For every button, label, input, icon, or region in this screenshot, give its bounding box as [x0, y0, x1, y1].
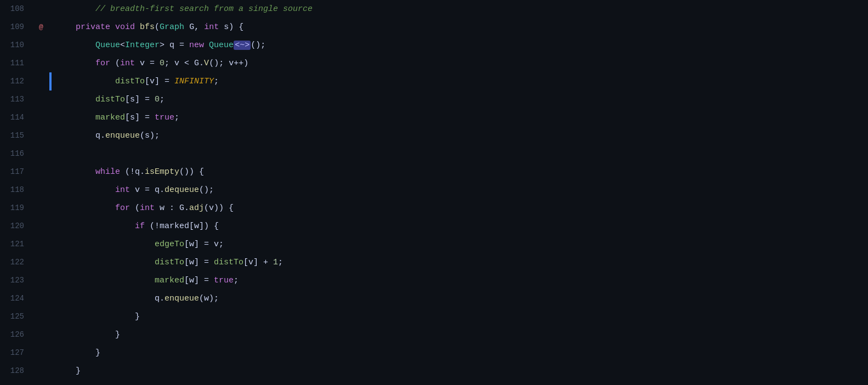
token: [s] =: [125, 113, 155, 122]
token: 1: [273, 258, 278, 267]
gutter-annotation: @: [39, 23, 43, 31]
line-number: 121: [0, 235, 33, 253]
gutter: [33, 326, 49, 344]
token: [v] =: [145, 77, 174, 86]
line-number: 110: [0, 36, 33, 54]
token: [56, 113, 95, 122]
token: Integer: [125, 41, 160, 50]
code-content: for (int v = 0; v < G.V(); v++): [52, 54, 868, 72]
code-line: 127 }: [0, 344, 868, 362]
code-content: marked[s] = true;: [52, 109, 868, 127]
code-line: 116: [0, 145, 868, 163]
line-number: 108: [0, 0, 33, 18]
token: (!marked[w]) {: [145, 222, 219, 231]
code-line: 128 }: [0, 362, 868, 380]
token: }: [56, 366, 81, 376]
gutter: [33, 362, 49, 380]
token: s) {: [219, 22, 243, 32]
token: distTo: [95, 95, 125, 104]
token: adj: [189, 203, 204, 213]
code-line: 114 marked[s] = true;: [0, 109, 868, 127]
token: [s] =: [125, 95, 155, 104]
token: [w] =: [184, 258, 214, 267]
token: ();: [251, 41, 265, 50]
line-number: 116: [0, 145, 33, 163]
code-line: 124 q.enqueue(w);: [0, 290, 868, 308]
line-number: 128: [0, 362, 33, 380]
token: (: [110, 59, 120, 68]
token: while: [95, 167, 120, 177]
code-line: 113 distTo[s] = 0;: [0, 90, 868, 109]
token: 0: [155, 95, 160, 104]
line-number: 127: [0, 344, 33, 362]
code-content: int v = q.dequeue();: [52, 181, 868, 199]
gutter: [33, 308, 49, 326]
code-line: 120 if (!marked[w]) {: [0, 217, 868, 235]
token: ;: [234, 276, 239, 285]
token: q.: [155, 294, 164, 303]
token: Queue: [95, 41, 120, 50]
code-line: 119 for (int w : G.adj(v)) {: [0, 199, 868, 217]
gutter: [33, 235, 49, 253]
code-content: Queue<Integer> q = new Queue<~>();: [52, 36, 868, 54]
code-content: q.enqueue(w);: [52, 290, 868, 308]
token: V: [204, 59, 209, 68]
token: [110, 22, 115, 32]
code-content: while (!q.isEmpty()) {: [52, 163, 868, 181]
token: true: [214, 276, 234, 285]
code-content: distTo[w] = distTo[v] + 1;: [52, 253, 868, 271]
code-content: q.enqueue(s);: [52, 127, 868, 145]
code-line: 108 // breadth-first search from a singl…: [0, 0, 868, 18]
token: [w] =: [184, 276, 214, 285]
code-line: 110 Queue<Integer> q = new Queue<~>();: [0, 36, 868, 54]
token: [56, 276, 155, 285]
token: ;: [174, 113, 179, 122]
gutter: [33, 217, 49, 235]
code-content: distTo[v] = INFINITY;: [52, 72, 868, 90]
token: [56, 95, 95, 104]
token: [56, 59, 95, 68]
token: for: [115, 203, 130, 213]
gutter: [33, 36, 49, 54]
token: (v)) {: [204, 203, 234, 213]
token: [204, 41, 209, 50]
token: INFINITY: [174, 77, 214, 86]
code-content: marked[w] = true;: [52, 271, 868, 290]
token: marked: [95, 113, 125, 122]
token: [w] = v;: [184, 240, 224, 249]
gutter: [33, 0, 49, 18]
line-number: 112: [0, 72, 33, 90]
code-content: }: [52, 326, 868, 344]
token: marked: [155, 276, 184, 285]
token: [56, 222, 135, 231]
token: distTo: [155, 258, 184, 267]
code-line: 112 distTo[v] = INFINITY;: [0, 72, 868, 90]
token: w : G.: [155, 203, 189, 213]
code-content: [52, 145, 868, 163]
token: [v] +: [243, 258, 273, 267]
token: enqueue: [164, 294, 199, 303]
line-number: 118: [0, 181, 33, 199]
token: ();: [199, 185, 214, 195]
gutter: [33, 181, 49, 199]
token: [56, 203, 115, 213]
token: Queue: [209, 41, 234, 50]
token: true: [155, 113, 174, 122]
code-content: private void bfs(Graph G, int s) {: [52, 18, 868, 36]
token: ;: [214, 77, 219, 86]
gutter: [33, 253, 49, 271]
token: ; v < G.: [164, 59, 204, 68]
token: }: [56, 330, 120, 339]
code-line: 121 edgeTo[w] = v;: [0, 235, 868, 253]
code-content: for (int w : G.adj(v)) {: [52, 199, 868, 217]
token: int: [115, 185, 130, 195]
line-number: 124: [0, 290, 33, 308]
token: (!q.: [120, 167, 145, 177]
gutter: [33, 145, 49, 163]
gutter: @: [33, 18, 49, 36]
code-content: if (!marked[w]) {: [52, 217, 868, 235]
token: private: [76, 22, 110, 32]
token: (: [155, 22, 160, 32]
token: v =: [135, 59, 160, 68]
token: 0: [160, 59, 164, 68]
